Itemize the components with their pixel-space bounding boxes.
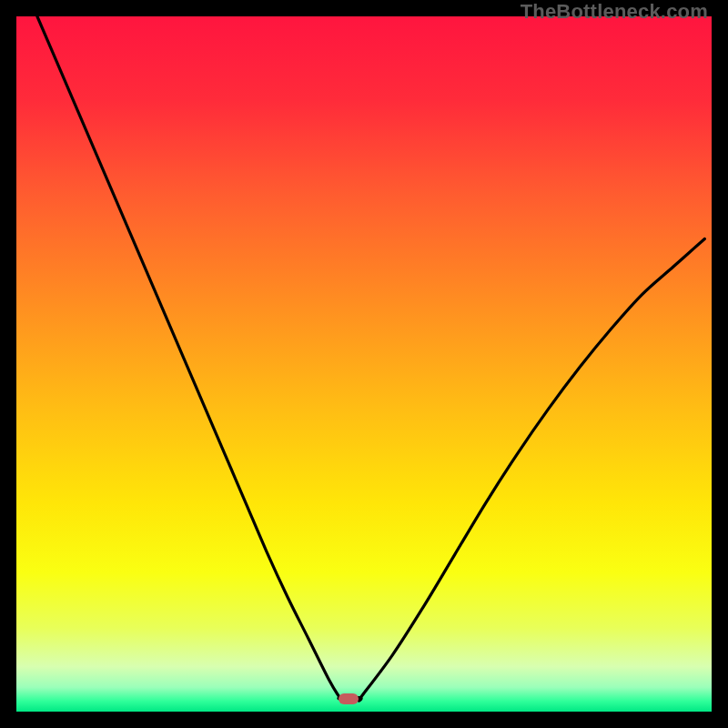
watermark-text: TheBottleneck.com <box>521 0 708 24</box>
gradient-background <box>16 16 712 712</box>
bottleneck-chart <box>16 16 712 712</box>
optimum-marker <box>339 693 359 704</box>
chart-frame <box>16 16 712 712</box>
